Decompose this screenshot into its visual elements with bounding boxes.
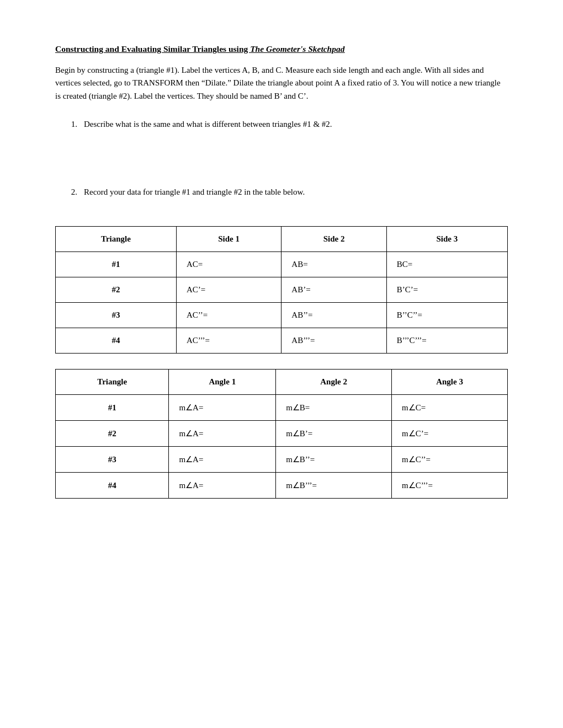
sides-r2-side2: AB’= — [282, 277, 386, 303]
question-2-num: 2. — [66, 186, 77, 199]
sides-r4-side1: AC’’’= — [176, 328, 281, 354]
angles-r2-angle3: m∠C’= — [392, 421, 508, 447]
sides-r3-triangle: #3 — [56, 303, 177, 328]
question-2-text: Record your data for triangle #1 and tri… — [84, 186, 305, 199]
angles-r2-angle1: m∠A= — [169, 421, 276, 447]
sides-r2-side3: B’C’= — [386, 277, 507, 303]
angles-r1-triangle: #1 — [56, 395, 169, 421]
angles-row-2: #2 m∠A= m∠B’= m∠C’= — [56, 421, 508, 447]
angles-col-triangle: Triangle — [56, 370, 169, 395]
angles-r3-triangle: #3 — [56, 447, 169, 473]
sides-r1-side3: BC= — [386, 252, 507, 277]
sides-col-triangle: Triangle — [56, 227, 177, 252]
intro-paragraph: Begin by constructing a (triangle #1). L… — [55, 64, 508, 103]
sides-col-side1: Side 1 — [176, 227, 281, 252]
angles-r4-angle1: m∠A= — [169, 473, 276, 499]
question-1: 1. Describe what is the same and what is… — [55, 118, 508, 131]
question-2: 2. Record your data for triangle #1 and … — [55, 186, 508, 199]
sides-row-1: #1 AC= AB= BC= — [56, 252, 508, 277]
question-1-num: 1. — [66, 118, 77, 131]
angles-col-angle2: Angle 2 — [276, 370, 392, 395]
angles-table: Triangle Angle 1 Angle 2 Angle 3 #1 m∠A=… — [55, 369, 508, 499]
sides-r4-side3: B’’’C’’’= — [386, 328, 507, 354]
sides-r3-side2: AB’’= — [282, 303, 386, 328]
angles-r4-angle2: m∠B’’’= — [276, 473, 392, 499]
sides-r2-triangle: #2 — [56, 277, 177, 303]
angles-r4-angle3: m∠C’’’= — [392, 473, 508, 499]
sides-r4-triangle: #4 — [56, 328, 177, 354]
question-1-text: Describe what is the same and what is di… — [84, 118, 332, 131]
angles-r4-triangle: #4 — [56, 473, 169, 499]
sides-col-side2: Side 2 — [282, 227, 386, 252]
angles-r3-angle2: m∠B’’= — [276, 447, 392, 473]
angles-row-4: #4 m∠A= m∠B’’’= m∠C’’’= — [56, 473, 508, 499]
angles-r1-angle2: m∠B= — [276, 395, 392, 421]
angles-r3-angle1: m∠A= — [169, 447, 276, 473]
page-title: Constructing and Evaluating Similar Tria… — [55, 44, 508, 54]
sides-row-2: #2 AC’= AB’= B’C’= — [56, 277, 508, 303]
sides-r4-side2: AB’’’= — [282, 328, 386, 354]
sides-row-4: #4 AC’’’= AB’’’= B’’’C’’’= — [56, 328, 508, 354]
sides-table: Triangle Side 1 Side 2 Side 3 #1 AC= AB=… — [55, 226, 508, 354]
angles-r3-angle3: m∠C’’= — [392, 447, 508, 473]
spacer-2 — [55, 210, 508, 226]
sides-r1-side1: AC= — [176, 252, 281, 277]
angles-col-angle3: Angle 3 — [392, 370, 508, 395]
angles-row-3: #3 m∠A= m∠B’’= m∠C’’= — [56, 447, 508, 473]
sides-r3-side3: B’’C’’= — [386, 303, 507, 328]
angles-row-1: #1 m∠A= m∠B= m∠C= — [56, 395, 508, 421]
angles-r2-angle2: m∠B’= — [276, 421, 392, 447]
sides-r2-side1: AC’= — [176, 277, 281, 303]
angles-r1-angle3: m∠C= — [392, 395, 508, 421]
sides-r1-side2: AB= — [282, 252, 386, 277]
sides-r3-side1: AC’’= — [176, 303, 281, 328]
angles-col-angle1: Angle 1 — [169, 370, 276, 395]
angles-r1-angle1: m∠A= — [169, 395, 276, 421]
spacer-1 — [55, 142, 508, 186]
sides-row-3: #3 AC’’= AB’’= B’’C’’= — [56, 303, 508, 328]
sides-r1-triangle: #1 — [56, 252, 177, 277]
angles-r2-triangle: #2 — [56, 421, 169, 447]
sides-col-side3: Side 3 — [386, 227, 507, 252]
